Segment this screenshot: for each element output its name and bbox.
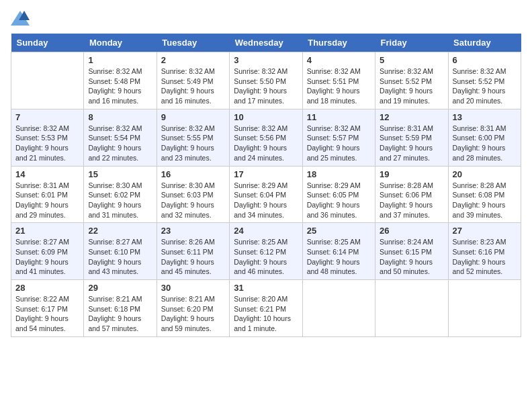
day-number: 20 (453, 169, 517, 179)
day-info: Sunrise: 8:25 AM Sunset: 6:14 PM Dayligh… (307, 237, 371, 277)
calendar-cell: 25Sunrise: 8:25 AM Sunset: 6:14 PM Dayli… (302, 223, 375, 280)
calendar-cell: 11Sunrise: 8:32 AM Sunset: 5:57 PM Dayli… (302, 109, 375, 166)
week-row-4: 21Sunrise: 8:27 AM Sunset: 6:09 PM Dayli… (11, 223, 521, 280)
weekday-header-friday: Friday (375, 34, 448, 52)
day-info: Sunrise: 8:32 AM Sunset: 5:53 PM Dayligh… (15, 124, 79, 163)
weekday-header-thursday: Thursday (302, 34, 375, 52)
calendar-cell: 7Sunrise: 8:32 AM Sunset: 5:53 PM Daylig… (11, 109, 84, 166)
calendar-cell: 9Sunrise: 8:32 AM Sunset: 5:55 PM Daylig… (157, 109, 229, 166)
week-row-2: 7Sunrise: 8:32 AM Sunset: 5:53 PM Daylig… (11, 109, 521, 166)
day-number: 27 (453, 226, 517, 236)
day-number: 11 (307, 112, 371, 122)
calendar-cell: 4Sunrise: 8:32 AM Sunset: 5:51 PM Daylig… (302, 52, 375, 109)
day-number: 7 (15, 112, 79, 122)
day-info: Sunrise: 8:32 AM Sunset: 5:52 PM Dayligh… (380, 66, 443, 106)
calendar-cell: 13Sunrise: 8:31 AM Sunset: 6:00 PM Dayli… (448, 109, 521, 166)
day-number: 19 (380, 169, 443, 179)
day-number: 28 (15, 283, 79, 293)
day-number: 21 (15, 226, 79, 236)
day-number: 31 (234, 283, 298, 293)
day-info: Sunrise: 8:25 AM Sunset: 6:12 PM Dayligh… (234, 237, 298, 277)
day-info: Sunrise: 8:31 AM Sunset: 6:00 PM Dayligh… (453, 124, 517, 163)
calendar-cell: 6Sunrise: 8:32 AM Sunset: 5:52 PM Daylig… (448, 52, 521, 109)
day-number: 16 (161, 169, 225, 179)
weekday-header-tuesday: Tuesday (157, 34, 229, 52)
calendar-cell: 15Sunrise: 8:30 AM Sunset: 6:02 PM Dayli… (84, 166, 157, 223)
day-info: Sunrise: 8:30 AM Sunset: 6:03 PM Dayligh… (161, 181, 225, 220)
calendar-cell: 10Sunrise: 8:32 AM Sunset: 5:56 PM Dayli… (230, 109, 302, 166)
day-number: 15 (88, 169, 152, 179)
calendar-cell: 26Sunrise: 8:24 AM Sunset: 6:15 PM Dayli… (375, 223, 448, 280)
logo (11, 11, 32, 26)
day-number: 14 (15, 169, 79, 179)
calendar-cell: 1Sunrise: 8:32 AM Sunset: 5:48 PM Daylig… (84, 52, 157, 109)
calendar-cell (11, 52, 84, 109)
logo-icon (11, 11, 30, 26)
week-row-3: 14Sunrise: 8:31 AM Sunset: 6:01 PM Dayli… (11, 166, 521, 223)
day-number: 13 (453, 112, 517, 122)
day-info: Sunrise: 8:32 AM Sunset: 5:52 PM Dayligh… (453, 66, 517, 106)
day-info: Sunrise: 8:27 AM Sunset: 6:09 PM Dayligh… (15, 237, 79, 277)
calendar-cell: 3Sunrise: 8:32 AM Sunset: 5:50 PM Daylig… (230, 52, 302, 109)
calendar-cell: 27Sunrise: 8:23 AM Sunset: 6:16 PM Dayli… (448, 223, 521, 280)
calendar-cell (302, 280, 375, 337)
day-number: 3 (234, 55, 298, 65)
calendar-cell: 20Sunrise: 8:28 AM Sunset: 6:08 PM Dayli… (448, 166, 521, 223)
weekday-header-row: SundayMondayTuesdayWednesdayThursdayFrid… (11, 34, 521, 52)
day-info: Sunrise: 8:28 AM Sunset: 6:08 PM Dayligh… (453, 181, 517, 220)
day-info: Sunrise: 8:28 AM Sunset: 6:06 PM Dayligh… (380, 181, 443, 220)
calendar-cell (448, 280, 521, 337)
calendar-cell: 31Sunrise: 8:20 AM Sunset: 6:21 PM Dayli… (230, 280, 302, 337)
day-number: 10 (234, 112, 298, 122)
day-info: Sunrise: 8:23 AM Sunset: 6:16 PM Dayligh… (453, 237, 517, 277)
day-info: Sunrise: 8:22 AM Sunset: 6:17 PM Dayligh… (15, 294, 79, 334)
day-number: 8 (88, 112, 152, 122)
day-info: Sunrise: 8:32 AM Sunset: 5:55 PM Dayligh… (161, 124, 225, 163)
day-number: 22 (88, 226, 152, 236)
calendar-cell (375, 280, 448, 337)
day-info: Sunrise: 8:21 AM Sunset: 6:20 PM Dayligh… (161, 294, 225, 334)
day-info: Sunrise: 8:32 AM Sunset: 5:54 PM Dayligh… (88, 124, 152, 163)
calendar-cell: 24Sunrise: 8:25 AM Sunset: 6:12 PM Dayli… (230, 223, 302, 280)
day-info: Sunrise: 8:24 AM Sunset: 6:15 PM Dayligh… (380, 237, 443, 277)
week-row-5: 28Sunrise: 8:22 AM Sunset: 6:17 PM Dayli… (11, 280, 521, 337)
day-number: 18 (307, 169, 371, 179)
calendar-table: SundayMondayTuesdayWednesdayThursdayFrid… (11, 34, 521, 337)
calendar-cell: 14Sunrise: 8:31 AM Sunset: 6:01 PM Dayli… (11, 166, 84, 223)
day-info: Sunrise: 8:21 AM Sunset: 6:18 PM Dayligh… (88, 294, 152, 334)
day-number: 1 (88, 55, 152, 65)
day-number: 25 (307, 226, 371, 236)
day-info: Sunrise: 8:32 AM Sunset: 5:50 PM Dayligh… (234, 66, 298, 106)
weekday-header-monday: Monday (84, 34, 157, 52)
day-number: 9 (161, 112, 225, 122)
day-info: Sunrise: 8:26 AM Sunset: 6:11 PM Dayligh… (161, 237, 225, 277)
calendar-cell: 17Sunrise: 8:29 AM Sunset: 6:04 PM Dayli… (230, 166, 302, 223)
day-number: 5 (380, 55, 443, 65)
day-number: 30 (161, 283, 225, 293)
calendar-cell: 16Sunrise: 8:30 AM Sunset: 6:03 PM Dayli… (157, 166, 229, 223)
day-info: Sunrise: 8:27 AM Sunset: 6:10 PM Dayligh… (88, 237, 152, 277)
day-info: Sunrise: 8:29 AM Sunset: 6:05 PM Dayligh… (307, 181, 371, 220)
day-info: Sunrise: 8:32 AM Sunset: 5:51 PM Dayligh… (307, 66, 371, 106)
day-number: 2 (161, 55, 225, 65)
weekday-header-saturday: Saturday (448, 34, 521, 52)
day-number: 23 (161, 226, 225, 236)
day-number: 6 (453, 55, 517, 65)
calendar-cell: 30Sunrise: 8:21 AM Sunset: 6:20 PM Dayli… (157, 280, 229, 337)
day-number: 24 (234, 226, 298, 236)
day-number: 4 (307, 55, 371, 65)
calendar-cell: 23Sunrise: 8:26 AM Sunset: 6:11 PM Dayli… (157, 223, 229, 280)
day-info: Sunrise: 8:32 AM Sunset: 5:57 PM Dayligh… (307, 124, 371, 163)
week-row-1: 1Sunrise: 8:32 AM Sunset: 5:48 PM Daylig… (11, 52, 521, 109)
calendar-cell: 12Sunrise: 8:31 AM Sunset: 5:59 PM Dayli… (375, 109, 448, 166)
calendar-cell: 22Sunrise: 8:27 AM Sunset: 6:10 PM Dayli… (84, 223, 157, 280)
calendar-cell: 29Sunrise: 8:21 AM Sunset: 6:18 PM Dayli… (84, 280, 157, 337)
page-header (11, 11, 521, 26)
day-info: Sunrise: 8:20 AM Sunset: 6:21 PM Dayligh… (234, 294, 298, 334)
day-number: 12 (380, 112, 443, 122)
day-info: Sunrise: 8:31 AM Sunset: 5:59 PM Dayligh… (380, 124, 443, 163)
weekday-header-wednesday: Wednesday (230, 34, 302, 52)
day-info: Sunrise: 8:32 AM Sunset: 5:48 PM Dayligh… (88, 66, 152, 106)
day-info: Sunrise: 8:32 AM Sunset: 5:49 PM Dayligh… (161, 66, 225, 106)
day-info: Sunrise: 8:31 AM Sunset: 6:01 PM Dayligh… (15, 181, 79, 220)
